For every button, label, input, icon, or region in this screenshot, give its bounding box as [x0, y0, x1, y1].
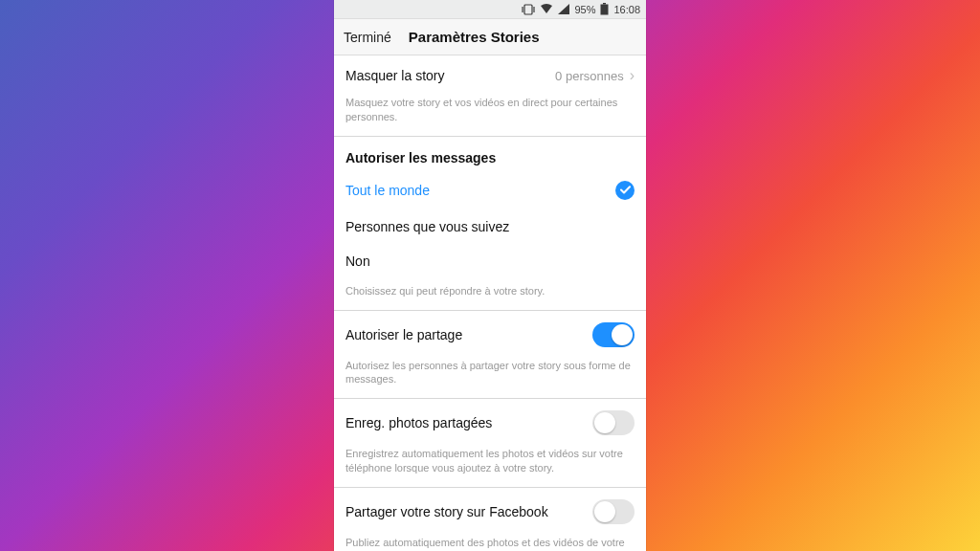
hide-story-caption: Masquez votre story et vos vidéos en dir…: [334, 96, 646, 136]
done-button[interactable]: Terminé: [344, 30, 391, 45]
allow-messages-title: Autoriser les messages: [334, 137, 646, 171]
allow-sharing-caption: Autorisez les personnes à partager votre…: [334, 359, 646, 399]
page-title: Paramètres Stories: [409, 29, 540, 45]
allow-sharing-group: Autoriser le partage Autorisez les perso…: [334, 310, 646, 399]
hide-story-value: 0 personnes: [555, 69, 624, 83]
message-option-following[interactable]: Personnes que vous suivez: [334, 209, 646, 244]
hide-story-row[interactable]: Masquer la story 0 personnes ›: [334, 55, 646, 96]
hide-story-label: Masquer la story: [345, 68, 444, 83]
save-photos-row[interactable]: Enreg. photos partagées: [334, 399, 646, 447]
share-facebook-caption: Publiez automatiquement des photos et de…: [334, 536, 646, 551]
share-facebook-row[interactable]: Partager votre story sur Facebook: [334, 488, 646, 536]
status-bar: 95% 16:08: [334, 0, 646, 19]
hide-story-value-group: 0 personnes ›: [555, 67, 635, 84]
option-label: Non: [345, 253, 370, 269]
battery-icon: [600, 3, 609, 15]
svg-rect-0: [524, 5, 532, 14]
save-photos-label: Enreg. photos partagées: [345, 415, 492, 430]
save-photos-group: Enreg. photos partagées Enregistrez auto…: [334, 398, 646, 487]
share-facebook-toggle[interactable]: [592, 499, 635, 524]
save-photos-caption: Enregistrez automatiquement les photos e…: [334, 447, 646, 487]
message-option-off[interactable]: Non: [334, 244, 646, 278]
cell-signal-icon: [558, 4, 569, 14]
gradient-background: 95% 16:08 Terminé Paramètres Stories Mas…: [0, 0, 980, 551]
option-label: Personnes que vous suivez: [345, 219, 509, 234]
wifi-icon: [540, 4, 553, 14]
allow-messages-caption: Choisissez qui peut répondre à votre sto…: [334, 278, 646, 310]
save-photos-toggle[interactable]: [592, 410, 635, 435]
svg-rect-4: [601, 5, 609, 15]
allow-sharing-row[interactable]: Autoriser le partage: [334, 311, 646, 359]
allow-sharing-toggle[interactable]: [592, 322, 635, 347]
clock-time: 16:08: [613, 4, 640, 15]
settings-content[interactable]: Masquer la story 0 personnes › Masquez v…: [334, 55, 646, 551]
chevron-right-icon: ›: [630, 67, 635, 84]
share-facebook-group: Partager votre story sur Facebook Publie…: [334, 487, 646, 551]
svg-rect-3: [603, 3, 606, 5]
option-label: Tout le monde: [345, 183, 430, 198]
allow-sharing-label: Autoriser le partage: [345, 327, 462, 342]
battery-percentage: 95%: [574, 4, 595, 15]
vibrate-icon: [522, 4, 535, 15]
message-option-everyone[interactable]: Tout le monde: [334, 171, 646, 209]
checkmark-icon: [615, 181, 635, 200]
navigation-bar: Terminé Paramètres Stories: [334, 19, 646, 55]
share-facebook-label: Partager votre story sur Facebook: [345, 504, 548, 519]
phone-frame: 95% 16:08 Terminé Paramètres Stories Mas…: [334, 0, 646, 551]
